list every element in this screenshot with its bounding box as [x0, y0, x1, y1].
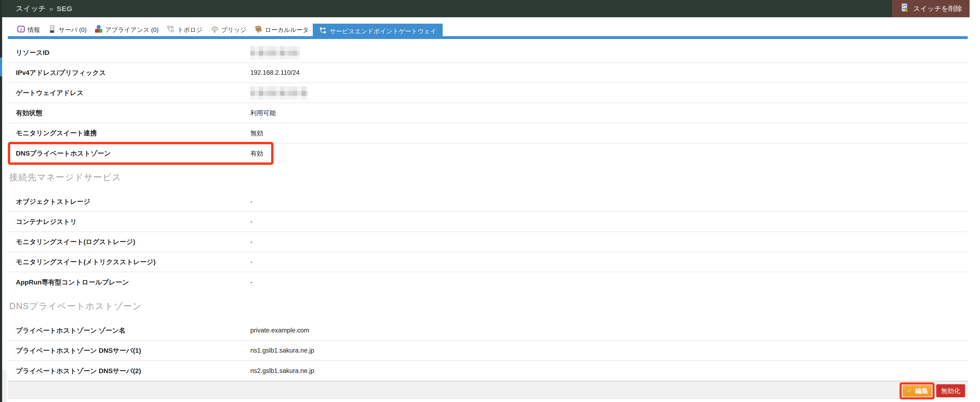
row-container-registry: コンテナレジストリ - [8, 212, 968, 232]
row-label: DNSプライベートホストゾーン [16, 149, 250, 158]
row-label: モニタリングスイート(メトリクスストレージ) [16, 257, 250, 267]
row-apprun-dedicated-control-plane: AppRun専有型コントロールプレーン - [8, 272, 968, 292]
row-value: ns1.gslb1.sakura.ne.jp [250, 347, 314, 354]
bridge-icon [211, 25, 219, 35]
row-label: プライベートホストゾーン DNSサーバ(1) [16, 346, 250, 355]
breadcrumb-parent[interactable]: スイッチ [16, 4, 46, 13]
row-value: ns2.gslb1.sakura.ne.jp [250, 367, 314, 375]
delete-switch-button[interactable]: ! スイッチを削除 [892, 0, 970, 17]
row-private-hosted-zone-name: プライベートホストゾーン ゾーン名 private.example.com [8, 321, 968, 341]
tab-appliances[interactable]: アプライアンス (0) [91, 24, 162, 36]
delete-switch-label: スイッチを削除 [913, 4, 962, 13]
row-value: - [250, 278, 253, 286]
section-heading-managed-services: 接続先マネージドサービス [8, 164, 968, 192]
tab-topology[interactable]: トポロジ [162, 24, 206, 36]
row-object-storage: オブジェクトストレージ - [8, 192, 968, 212]
tab-label: サーバ (0) [59, 26, 87, 34]
row-monitoring-suite-log-storage: モニタリングスイート(ログストレージ) - [8, 232, 968, 252]
row-monitoring-suite-metrics-storage: モニタリングスイート(メトリクスストレージ) - [8, 252, 968, 272]
row-private-hosted-zone-dns-server-1: プライベートホストゾーン DNSサーバ(1) ns1.gslb1.sakura.… [8, 341, 968, 361]
row-label: ゲートウェイアドレス [16, 89, 250, 97]
tab-bridge[interactable]: ブリッジ [207, 24, 250, 36]
info-table: リソースID IPv4アドレス/プリフィックス 192.168.2.110/24… [8, 43, 968, 164]
row-label: 有効状態 [16, 108, 250, 118]
delete-switch-icon: ! [900, 3, 910, 14]
panel-splitter[interactable] [0, 0, 2, 402]
redacted-value-mosaic [250, 86, 308, 100]
breadcrumb-separator: » [49, 5, 54, 13]
row-value: 192.168.2.110/24 [250, 69, 299, 76]
row-value: 無効 [250, 129, 263, 137]
annotation-box-edit-button: 編集 [900, 382, 935, 399]
pencil-icon [906, 387, 913, 396]
svg-text:!: ! [905, 8, 907, 11]
row-value: private.example.com [250, 327, 309, 334]
detail-panel: i 情報 サーバ (0) [8, 24, 968, 381]
tab-label: 情報 [28, 26, 40, 34]
row-label: プライベートホストゾーン DNSサーバ(2) [16, 367, 250, 375]
row-value: 利用可能 [250, 109, 276, 117]
breadcrumb-current: SEG [57, 5, 72, 13]
row-enabled-state: 有効状態 利用可能 [8, 103, 968, 123]
edit-button-label: 編集 [915, 387, 928, 395]
row-ipv4-prefix: IPv4アドレス/プリフィックス 192.168.2.110/24 [8, 63, 968, 83]
disable-button[interactable]: 無効化 [936, 384, 965, 397]
tab-servers[interactable]: サーバ (0) [44, 24, 91, 36]
tab-label: ローカルルータ [265, 26, 309, 34]
local-router-icon [255, 25, 262, 35]
tab-label: アプライアンス (0) [105, 26, 159, 34]
edit-button[interactable]: 編集 [903, 385, 932, 397]
page-header: スイッチ » SEG ! スイッチを削除 [2, 0, 970, 17]
server-icon [48, 25, 56, 35]
dns-private-hosted-zone-table: プライベートホストゾーン ゾーン名 private.example.com プラ… [8, 321, 968, 381]
row-label: オブジェクトストレージ [16, 197, 250, 206]
section-heading-dns-private-hosted-zone: DNSプライベートホストゾーン [8, 292, 968, 321]
row-value: - [250, 198, 253, 205]
row-label: リソースID [16, 48, 250, 57]
row-value: 有効 [250, 149, 263, 158]
tab-info[interactable]: i 情報 [13, 24, 44, 36]
left-panel-corner [2, 370, 6, 402]
row-label: モニタリングスイート連携 [16, 129, 250, 138]
row-gateway-address: ゲートウェイアドレス [8, 83, 968, 103]
tab-bar: i 情報 サーバ (0) [8, 24, 968, 39]
row-private-hosted-zone-dns-server-2: プライベートホストゾーン DNSサーバ(2) ns2.gslb1.sakura.… [8, 361, 968, 381]
tab-service-endpoint-gateway[interactable]: サービスエンドポイントゲートウェイ [313, 24, 442, 39]
row-label: コンテナレジストリ [16, 217, 250, 226]
splitter-scrollbar-handle[interactable] [0, 57, 2, 76]
row-label: IPv4アドレス/プリフィックス [16, 68, 250, 77]
appliance-icon [95, 25, 103, 35]
disable-button-label: 無効化 [941, 387, 960, 395]
tab-local-router[interactable]: ローカルルータ [250, 24, 313, 36]
breadcrumb: スイッチ » SEG [16, 4, 72, 13]
row-value: - [250, 238, 253, 245]
row-value: - [250, 258, 253, 265]
info-icon: i [17, 25, 25, 35]
row-value: - [250, 218, 253, 226]
svg-text:i: i [20, 27, 22, 32]
managed-services-table: オブジェクトストレージ - コンテナレジストリ - モニタリングスイート(ログス… [8, 192, 968, 292]
row-resource-id: リソースID [8, 43, 968, 63]
row-label: モニタリングスイート(ログストレージ) [16, 237, 250, 246]
redacted-value-mosaic [250, 46, 300, 59]
service-endpoint-gateway-icon [319, 27, 327, 36]
action-bar: 編集 無効化 [8, 381, 968, 399]
row-label: プライベートホストゾーン ゾーン名 [16, 326, 250, 335]
row-dns-private-hosted-zone: DNSプライベートホストゾーン 有効 [8, 143, 968, 164]
tab-label: トポロジ [177, 26, 202, 34]
tab-label: サービスエンドポイントゲートウェイ [329, 27, 436, 35]
row-label: AppRun専有型コントロールプレーン [16, 278, 250, 287]
topology-icon [167, 25, 175, 35]
row-monitoring-suite-link: モニタリングスイート連携 無効 [8, 123, 968, 143]
tab-label: ブリッジ [221, 26, 246, 34]
